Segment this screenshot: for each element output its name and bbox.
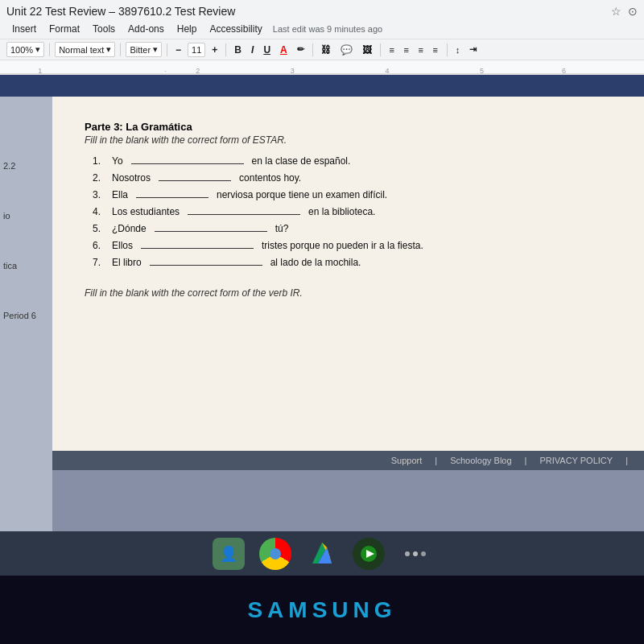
item-text-5: Ellos [112,240,133,251]
blank-4[interactable] [155,231,267,232]
doc-title: Unit 22 Test Review – 3897610.2 Test Rev… [6,5,606,18]
font-size-select[interactable]: 11 [188,43,205,57]
last-edit: Last edit was 9 minutes ago [273,24,382,34]
ruler-mark-2: · [164,67,167,74]
list-item: 4. Los estudiantes en la biblioteca. [93,206,612,217]
separator-4 [225,43,226,56]
ruler-mark-6: 5 [480,67,484,74]
item-num: 4. [93,206,107,217]
screen: Submit Assignm Unit 22 Test Review – 389… [0,0,644,531]
item-rest-3: en la biblioteca. [308,206,375,217]
item-rest-2: nerviosa porque tiene un examen difícil. [217,189,387,200]
zoom-select[interactable]: 100% ▾ [6,42,44,57]
zoom-dropdown-icon[interactable]: ▾ [35,44,40,55]
gdocs-chrome: Unit 22 Test Review – 3897610.2 Test Rev… [0,0,644,75]
star-icon[interactable]: ☆ [611,5,621,18]
list-item: 2. Nosotros contentos hoy. [93,172,612,184]
item-text-4: ¿Dónde [112,223,147,234]
list-item: 7. El libro al lado de la mochila. [93,257,612,268]
section-title: Parte 3: La Gramática [85,121,612,133]
font-dropdown-icon[interactable]: ▾ [153,44,158,55]
schoology-blog-link[interactable]: Schoology Blog [450,456,511,465]
underline-button[interactable]: U [260,43,274,57]
blank-0[interactable] [131,163,244,164]
sidebar-label-1: 2.2 [3,161,52,171]
sep-3: | [625,456,628,465]
item-num: 6. [93,240,107,251]
font-select[interactable]: Bitter ▾ [126,42,162,57]
align-group: ≡ ≡ ≡ ≡ [386,43,442,56]
drive-icon[interactable] [306,538,338,570]
separator-6 [380,43,381,56]
comment-icon[interactable]: 💬 [337,43,356,57]
svg-point-6 [405,551,410,556]
separator-5 [312,43,313,56]
separator-3 [167,43,167,56]
align-left-icon[interactable]: ≡ [386,43,398,56]
item-rest-5: tristes porque no pueden ir a la fiesta. [262,240,423,251]
align-center-icon[interactable]: ≡ [400,43,413,56]
classroom-icon[interactable]: 👤 [213,538,245,570]
ruler-mark-5: 4 [385,67,389,74]
blank-2[interactable] [136,197,208,198]
privacy-policy-link[interactable]: PRIVACY POLICY [539,456,613,465]
menu-tools[interactable]: Tools [87,21,121,37]
line-spacing-icon[interactable]: ↕ [452,43,464,56]
color-button[interactable]: A [277,43,291,57]
exercise-list: 1. Yo en la clase de español. 2. Nosotro… [85,155,612,268]
link-icon[interactable]: ⛓ [318,43,334,57]
ruler-mark-7: 6 [562,67,566,74]
item-rest-1: contentos hoy. [239,172,301,184]
page-background: Parte 3: La Gramática Fill in the blank … [52,97,644,531]
style-select[interactable]: Normal text ▾ [55,42,115,57]
doc-content-area: 2.2 io tica Period 6 Parte 3: La Gramáti… [0,97,644,531]
item-num: 1. [93,155,107,167]
list-item: 6. Ellos tristes porque no pueden ir a l… [93,240,612,251]
blank-3[interactable] [188,214,300,215]
ruler-mark-4: 3 [291,67,295,74]
align-justify-icon[interactable]: ≡ [429,43,442,56]
samsung-bar: SAMSUNG [0,576,644,644]
bold-button[interactable]: B [231,43,245,57]
menu-addons[interactable]: Add-ons [122,21,170,37]
align-right-icon[interactable]: ≡ [415,43,427,56]
item-text-3: Los estudiantes [112,206,180,217]
font-size-decrease[interactable]: − [172,43,184,57]
menu-help[interactable]: Help [171,21,203,37]
title-bar: Unit 22 Test Review – 3897610.2 Test Rev… [0,0,644,19]
blank-1[interactable] [159,180,231,181]
item-num: 7. [93,257,107,268]
indent-icon[interactable]: ⇥ [466,43,480,56]
cloud-icon[interactable]: ⊙ [628,5,638,18]
item-rest-6: al lado de la mochila. [270,257,361,268]
menu-format[interactable]: Format [43,21,85,37]
style-value: Normal text [59,45,104,55]
sidebar-label-2: io [3,211,52,221]
settings-icon[interactable] [399,538,431,570]
separator-2 [120,43,121,56]
list-item: 3. Ella nerviosa porque tiene un examen … [93,189,612,200]
blank-6[interactable] [150,265,262,266]
item-num: 5. [93,223,107,234]
sidebar-label-4: Period 6 [3,311,52,320]
samsung-logo: SAMSUNG [247,597,396,623]
blank-5[interactable] [141,248,254,249]
item-rest-0: en la clase de español. [252,155,351,167]
footer-instruction: Fill in the blank with the correct form … [85,287,612,299]
separator-7 [447,43,448,56]
sep-2: | [525,456,527,465]
play-icon[interactable] [353,538,385,570]
support-link[interactable]: Support [391,456,423,465]
menu-accessibility[interactable]: Accessibility [204,21,267,37]
svg-point-7 [413,551,418,556]
pencil-icon[interactable]: ✏ [294,43,308,56]
chrome-icon[interactable] [259,538,291,570]
section-subtitle: Fill in the blank with the correct form … [85,134,612,146]
list-item: 1. Yo en la clase de español. [93,155,612,167]
image-icon[interactable]: 🖼 [359,43,375,57]
menu-insert[interactable]: Insert [6,21,42,37]
italic-button[interactable]: I [248,43,257,57]
style-dropdown-icon[interactable]: ▾ [106,44,111,55]
font-size-increase[interactable]: + [208,43,221,57]
item-rest-4: tú? [275,223,289,234]
